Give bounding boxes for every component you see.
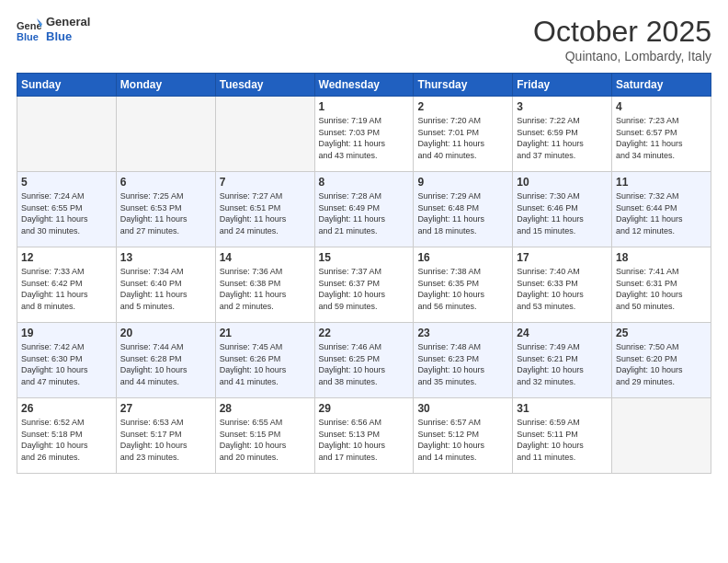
day-number: 1 (319, 100, 410, 113)
table-row: 23Sunrise: 7:48 AM Sunset: 6:23 PM Dayli… (414, 323, 513, 398)
day-number: 27 (120, 402, 211, 415)
day-info: Sunrise: 7:48 AM Sunset: 6:23 PM Dayligh… (417, 341, 508, 387)
day-info: Sunrise: 7:24 AM Sunset: 6:55 PM Dayligh… (21, 190, 112, 236)
month-title: October 2025 (533, 15, 711, 49)
logo: General Blue General Blue (17, 15, 90, 43)
table-row: 24Sunrise: 7:49 AM Sunset: 6:21 PM Dayli… (513, 323, 612, 398)
day-info: Sunrise: 6:52 AM Sunset: 5:18 PM Dayligh… (21, 417, 112, 463)
svg-text:General: General (17, 20, 42, 31)
day-info: Sunrise: 6:56 AM Sunset: 5:13 PM Dayligh… (319, 417, 410, 463)
page: General Blue General Blue October 2025 Q… (0, 0, 728, 563)
day-info: Sunrise: 7:25 AM Sunset: 6:53 PM Dayligh… (120, 190, 211, 236)
day-number: 15 (319, 251, 410, 264)
logo-line2: Blue (46, 29, 90, 44)
day-number: 23 (417, 327, 508, 339)
table-row: 7Sunrise: 7:27 AM Sunset: 6:51 PM Daylig… (215, 172, 314, 247)
table-row: 1Sunrise: 7:19 AM Sunset: 7:03 PM Daylig… (314, 97, 414, 172)
table-row: 15Sunrise: 7:37 AM Sunset: 6:37 PM Dayli… (314, 247, 414, 323)
day-info: Sunrise: 6:53 AM Sunset: 5:17 PM Dayligh… (120, 417, 211, 463)
calendar-week-row: 26Sunrise: 6:52 AM Sunset: 5:18 PM Dayli… (17, 398, 711, 474)
day-number: 4 (616, 100, 707, 113)
table-row: 28Sunrise: 6:55 AM Sunset: 5:15 PM Dayli… (215, 398, 314, 474)
table-row: 12Sunrise: 7:33 AM Sunset: 6:42 PM Dayli… (17, 247, 117, 323)
day-info: Sunrise: 7:28 AM Sunset: 6:49 PM Dayligh… (319, 190, 410, 236)
calendar-week-row: 5Sunrise: 7:24 AM Sunset: 6:55 PM Daylig… (17, 172, 711, 247)
day-number: 25 (616, 327, 707, 339)
day-number: 5 (21, 176, 112, 189)
day-number: 3 (517, 100, 608, 113)
table-row: 16Sunrise: 7:38 AM Sunset: 6:35 PM Dayli… (414, 247, 513, 323)
calendar-table: Sunday Monday Tuesday Wednesday Thursday… (17, 73, 711, 474)
day-info: Sunrise: 7:37 AM Sunset: 6:37 PM Dayligh… (319, 266, 410, 312)
day-info: Sunrise: 7:33 AM Sunset: 6:42 PM Dayligh… (21, 266, 112, 312)
day-info: Sunrise: 6:55 AM Sunset: 5:15 PM Dayligh… (220, 417, 311, 463)
day-info: Sunrise: 7:49 AM Sunset: 6:21 PM Dayligh… (517, 341, 608, 387)
day-number: 17 (517, 251, 608, 264)
day-number: 26 (21, 402, 112, 415)
table-row (612, 398, 711, 474)
day-number: 12 (21, 251, 112, 264)
table-row: 5Sunrise: 7:24 AM Sunset: 6:55 PM Daylig… (17, 172, 117, 247)
calendar-week-row: 12Sunrise: 7:33 AM Sunset: 6:42 PM Dayli… (17, 247, 711, 323)
table-row: 17Sunrise: 7:40 AM Sunset: 6:33 PM Dayli… (513, 247, 612, 323)
table-row: 19Sunrise: 7:42 AM Sunset: 6:30 PM Dayli… (17, 323, 117, 398)
col-sunday: Sunday (17, 74, 117, 97)
day-number: 20 (120, 327, 211, 339)
table-row: 4Sunrise: 7:23 AM Sunset: 6:57 PM Daylig… (612, 97, 711, 172)
svg-text:Blue: Blue (17, 31, 39, 42)
day-number: 31 (517, 402, 608, 415)
day-info: Sunrise: 7:50 AM Sunset: 6:20 PM Dayligh… (616, 341, 707, 387)
logo-line1: General (46, 15, 90, 29)
table-row: 25Sunrise: 7:50 AM Sunset: 6:20 PM Dayli… (612, 323, 711, 398)
calendar-header-row: Sunday Monday Tuesday Wednesday Thursday… (17, 74, 711, 97)
table-row: 31Sunrise: 6:59 AM Sunset: 5:11 PM Dayli… (513, 398, 612, 474)
day-number: 29 (319, 402, 410, 415)
table-row: 11Sunrise: 7:32 AM Sunset: 6:44 PM Dayli… (612, 172, 711, 247)
col-thursday: Thursday (414, 74, 513, 97)
table-row: 10Sunrise: 7:30 AM Sunset: 6:46 PM Dayli… (513, 172, 612, 247)
day-number: 10 (517, 176, 608, 189)
calendar-week-row: 1Sunrise: 7:19 AM Sunset: 7:03 PM Daylig… (17, 97, 711, 172)
day-number: 7 (220, 176, 311, 189)
day-number: 8 (319, 176, 410, 189)
day-number: 11 (616, 176, 707, 189)
table-row: 18Sunrise: 7:41 AM Sunset: 6:31 PM Dayli… (612, 247, 711, 323)
col-monday: Monday (116, 74, 215, 97)
day-number: 13 (120, 251, 211, 264)
day-info: Sunrise: 6:57 AM Sunset: 5:12 PM Dayligh… (417, 417, 508, 463)
table-row: 6Sunrise: 7:25 AM Sunset: 6:53 PM Daylig… (116, 172, 215, 247)
day-number: 28 (220, 402, 311, 415)
day-info: Sunrise: 7:44 AM Sunset: 6:28 PM Dayligh… (120, 341, 211, 387)
day-info: Sunrise: 7:46 AM Sunset: 6:25 PM Dayligh… (319, 341, 410, 387)
day-info: Sunrise: 7:42 AM Sunset: 6:30 PM Dayligh… (21, 341, 112, 387)
table-row: 26Sunrise: 6:52 AM Sunset: 5:18 PM Dayli… (17, 398, 117, 474)
col-friday: Friday (513, 74, 612, 97)
day-info: Sunrise: 7:38 AM Sunset: 6:35 PM Dayligh… (417, 266, 508, 312)
day-info: Sunrise: 6:59 AM Sunset: 5:11 PM Dayligh… (517, 417, 608, 463)
table-row: 9Sunrise: 7:29 AM Sunset: 6:48 PM Daylig… (414, 172, 513, 247)
day-number: 2 (417, 100, 508, 113)
day-number: 9 (417, 176, 508, 189)
location: Quintano, Lombardy, Italy (533, 49, 711, 63)
col-wednesday: Wednesday (314, 74, 414, 97)
day-info: Sunrise: 7:23 AM Sunset: 6:57 PM Dayligh… (616, 115, 707, 161)
table-row: 3Sunrise: 7:22 AM Sunset: 6:59 PM Daylig… (513, 97, 612, 172)
table-row: 20Sunrise: 7:44 AM Sunset: 6:28 PM Dayli… (116, 323, 215, 398)
day-info: Sunrise: 7:45 AM Sunset: 6:26 PM Dayligh… (220, 341, 311, 387)
table-row: 21Sunrise: 7:45 AM Sunset: 6:26 PM Dayli… (215, 323, 314, 398)
day-info: Sunrise: 7:29 AM Sunset: 6:48 PM Dayligh… (417, 190, 508, 236)
calendar-week-row: 19Sunrise: 7:42 AM Sunset: 6:30 PM Dayli… (17, 323, 711, 398)
table-row: 22Sunrise: 7:46 AM Sunset: 6:25 PM Dayli… (314, 323, 414, 398)
day-number: 19 (21, 327, 112, 339)
day-info: Sunrise: 7:32 AM Sunset: 6:44 PM Dayligh… (616, 190, 707, 236)
table-row (17, 97, 117, 172)
table-row: 8Sunrise: 7:28 AM Sunset: 6:49 PM Daylig… (314, 172, 414, 247)
table-row: 29Sunrise: 6:56 AM Sunset: 5:13 PM Dayli… (314, 398, 414, 474)
day-number: 14 (220, 251, 311, 264)
table-row (116, 97, 215, 172)
day-number: 30 (417, 402, 508, 415)
col-saturday: Saturday (612, 74, 711, 97)
day-info: Sunrise: 7:34 AM Sunset: 6:40 PM Dayligh… (120, 266, 211, 312)
logo-icon: General Blue (17, 17, 42, 42)
day-info: Sunrise: 7:30 AM Sunset: 6:46 PM Dayligh… (517, 190, 608, 236)
